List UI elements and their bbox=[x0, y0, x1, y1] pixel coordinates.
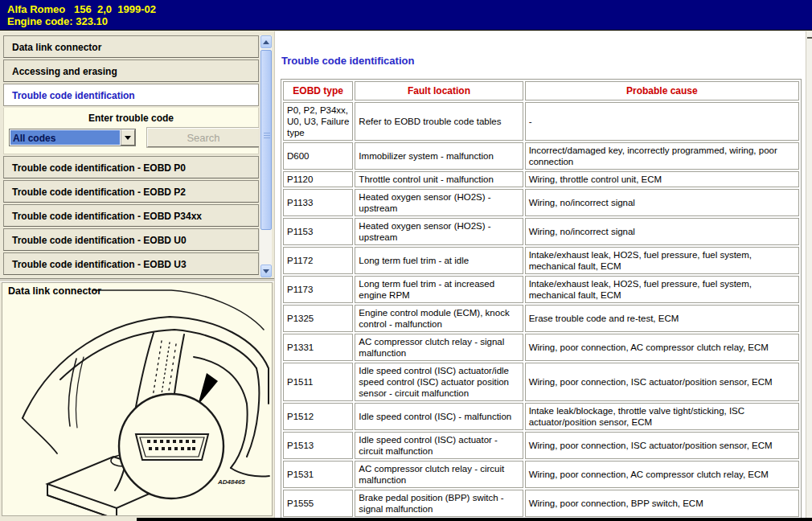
engine-code: Engine code: 323.10 bbox=[7, 15, 812, 27]
figure-code: AD48465 bbox=[217, 478, 245, 486]
fault-location-cell: Heated oxygen sensor (HO2S) - upstream bbox=[355, 189, 523, 216]
trouble-code-dropdown[interactable]: All codes bbox=[9, 129, 136, 146]
eobd-type-cell: P1173 bbox=[283, 276, 353, 303]
probable-cause-cell: Wiring, no/incorrect signal bbox=[525, 189, 799, 216]
table-row: P1133 Heated oxygen sensor (HO2S) - upst… bbox=[283, 189, 799, 216]
trouble-code-table: EOBD type Fault location Probable cause … bbox=[281, 79, 802, 519]
table-row: P0, P2, P34xx, U0, U3, Failure type Refe… bbox=[283, 102, 799, 141]
probable-cause-cell: Intake leak/blockage, throttle valve tig… bbox=[525, 403, 799, 430]
fault-location-cell: AC compressor clutch relay - circuit mal… bbox=[355, 461, 523, 488]
fault-location-cell: Long term fuel trim - at idle bbox=[355, 247, 523, 274]
fault-location-cell: Throttle control unit - malfunction bbox=[355, 171, 523, 187]
table-row: P1555 Brake pedal position (BPP) switch … bbox=[283, 490, 799, 517]
fault-location-cell: Heated oxygen sensor (HO2S) - upstream bbox=[355, 218, 523, 245]
dropdown-arrow-icon[interactable] bbox=[121, 129, 135, 146]
sidebar-item-eobd-u0[interactable]: Trouble code identification - EOBD U0 bbox=[3, 228, 259, 251]
header-fault-location: Fault location bbox=[355, 81, 523, 101]
sidebar-item-accessing-erasing[interactable]: Accessing and erasing bbox=[3, 59, 259, 82]
eobd-type-cell: P1512 bbox=[283, 403, 353, 430]
probable-cause-cell: - bbox=[525, 102, 799, 141]
table-row: P1331 AC compressor clutch relay - signa… bbox=[283, 334, 799, 361]
fault-location-cell: Idle speed control (ISC) - malfunction bbox=[355, 403, 523, 430]
sidebar-item-data-link-connector[interactable]: Data link connector bbox=[3, 35, 259, 58]
fault-location-cell: Long term fuel trim - at increased engin… bbox=[355, 276, 523, 303]
probable-cause-cell: Erase trouble code and re-test, ECM bbox=[525, 305, 799, 332]
probable-cause-cell: Wiring, no/incorrect signal bbox=[525, 218, 799, 245]
table-row: D600 Immobilizer system - malfunction In… bbox=[283, 142, 799, 170]
eobd-type-cell: P1511 bbox=[283, 363, 353, 401]
eobd-type-cell: P0, P2, P34xx, U0, U3, Failure type bbox=[283, 102, 353, 141]
vehicle-info-bar: Alfa Romeo 156 2,0 1999-02 Engine code: … bbox=[0, 0, 812, 31]
header-probable-cause: Probable cause bbox=[525, 81, 799, 101]
page-title: Trouble code identification bbox=[281, 55, 806, 67]
probable-cause-cell: Incorrect/damaged key, incorrectly progr… bbox=[525, 142, 799, 170]
sidebar-item-eobd-p0[interactable]: Trouble code identification - EOBD P0 bbox=[3, 156, 259, 178]
eobd-type-cell: D600 bbox=[283, 142, 353, 170]
eobd-type-cell: P1133 bbox=[283, 189, 353, 216]
fault-location-cell: Idle speed control (ISC) actuator/idle s… bbox=[355, 363, 523, 401]
eobd-type-cell: P1555 bbox=[283, 490, 353, 517]
eobd-type-cell: P1172 bbox=[283, 247, 353, 274]
sidebar-scrollbar[interactable] bbox=[259, 35, 272, 277]
table-row: P1173 Long term fuel trim - at increased… bbox=[283, 276, 799, 303]
probable-cause-cell: Intake/exhaust leak, HO2S, fuel pressure… bbox=[525, 276, 799, 303]
table-row: P1120 Throttle control unit - malfunctio… bbox=[283, 171, 799, 187]
eobd-type-cell: P1531 bbox=[283, 461, 353, 488]
table-header-row: EOBD type Fault location Probable cause bbox=[283, 81, 799, 101]
vehicle-title: Alfa Romeo 156 2,0 1999-02 bbox=[7, 3, 812, 15]
table-row: P1511 Idle speed control (ISC) actuator/… bbox=[283, 363, 799, 401]
illustration-panel: Data link connector bbox=[2, 282, 273, 516]
fault-location-cell: Brake pedal position (BPP) switch - sign… bbox=[355, 490, 523, 517]
sidebar-item-eobd-p2[interactable]: Trouble code identification - EOBD P2 bbox=[3, 180, 259, 203]
sidebar-item-trouble-code-identification[interactable]: Trouble code identification bbox=[3, 84, 259, 106]
window-bottom-edge bbox=[137, 518, 812, 521]
table-row: P1325 Engine control module (ECM), knock… bbox=[283, 305, 799, 332]
eobd-type-cell: P1153 bbox=[283, 218, 353, 245]
illustration-title: Data link connector bbox=[8, 285, 101, 297]
search-button[interactable]: Search bbox=[147, 128, 259, 147]
main-content: Trouble code identification EOBD type Fa… bbox=[274, 31, 806, 521]
main-scrollbar-edge[interactable] bbox=[806, 31, 812, 521]
scrollbar-thumb[interactable] bbox=[260, 50, 272, 230]
eobd-type-cell: P1325 bbox=[283, 305, 353, 332]
probable-cause-cell: Wiring, throttle control unit, ECM bbox=[525, 171, 799, 187]
fault-location-cell: Refer to EOBD trouble code tables bbox=[355, 102, 523, 141]
scroll-up-icon[interactable] bbox=[260, 35, 272, 48]
scrollbar-grip bbox=[264, 133, 270, 140]
probable-cause-cell: Wiring, poor connection, ISC actuator/po… bbox=[525, 363, 799, 401]
sidebar-menu: Data link connector Accessing and erasin… bbox=[3, 35, 259, 277]
table-row: P1531 AC compressor clutch relay - circu… bbox=[283, 461, 799, 488]
probable-cause-cell: Intake/exhaust leak, HO2S, fuel pressure… bbox=[525, 247, 799, 274]
probable-cause-cell: Wiring, poor connection, BPP switch, ECM bbox=[525, 490, 799, 517]
scroll-down-icon[interactable] bbox=[260, 265, 272, 277]
table-row: P1172 Long term fuel trim - at idle Inta… bbox=[283, 247, 799, 274]
eobd-type-cell: P1331 bbox=[283, 334, 353, 361]
enter-trouble-code-section: Enter trouble code All codes Search bbox=[3, 108, 259, 154]
eobd-type-cell: P1513 bbox=[283, 432, 353, 459]
probable-cause-cell: Wiring, poor connection, AC compressor c… bbox=[525, 334, 799, 361]
probable-cause-cell: Wiring, poor connection, AC compressor c… bbox=[525, 461, 799, 488]
eobd-type-cell: P1120 bbox=[283, 171, 353, 187]
fault-location-cell: Engine control module (ECM), knock contr… bbox=[355, 305, 523, 332]
sidebar-item-eobd-p34xx[interactable]: Trouble code identification - EOBD P34xx bbox=[3, 204, 259, 227]
header-eobd-type: EOBD type bbox=[283, 81, 353, 101]
app-window: Alfa Romeo 156 2,0 1999-02 Engine code: … bbox=[0, 0, 812, 521]
sidebar-item-eobd-u3[interactable]: Trouble code identification - EOBD U3 bbox=[3, 252, 259, 275]
fault-location-cell: Idle speed control (ISC) actuator - circ… bbox=[355, 432, 523, 459]
fault-location-cell: AC compressor clutch relay - signal malf… bbox=[355, 334, 523, 361]
table-row: P1513 Idle speed control (ISC) actuator … bbox=[283, 432, 799, 459]
table-row: P1153 Heated oxygen sensor (HO2S) - upst… bbox=[283, 218, 799, 245]
enter-trouble-code-label: Enter trouble code bbox=[4, 108, 258, 124]
scrollbar-edge-mark bbox=[807, 37, 812, 39]
dropdown-selected-value: All codes bbox=[10, 130, 120, 145]
fault-location-cell: Immobilizer system - malfunction bbox=[355, 142, 523, 170]
probable-cause-cell: Wiring, poor connection, ISC actuator/po… bbox=[525, 432, 799, 459]
table-row: P1512 Idle speed control (ISC) - malfunc… bbox=[283, 403, 799, 430]
dashboard-illustration: AD48465 bbox=[2, 283, 272, 515]
